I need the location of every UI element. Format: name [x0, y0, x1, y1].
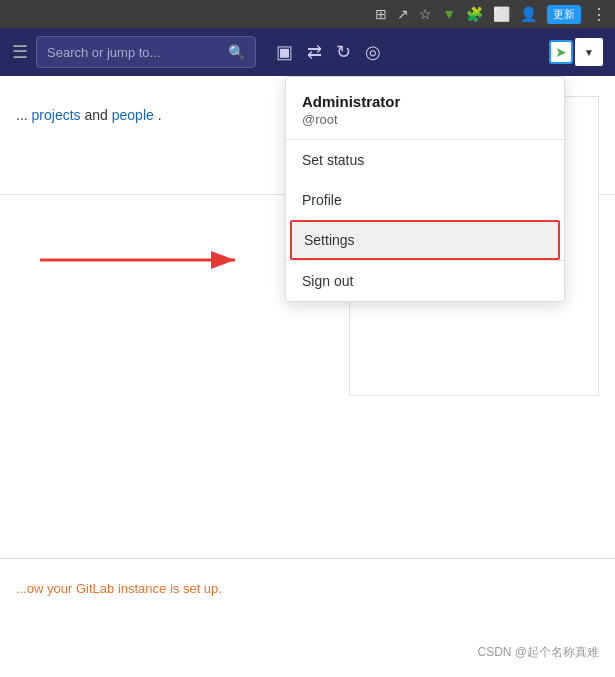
search-icon: 🔍 [228, 44, 245, 60]
dropdown-header: Administrator @root [286, 77, 564, 140]
settings-item[interactable]: Settings [292, 222, 558, 258]
v-extension-icon[interactable]: ▼ [442, 6, 456, 22]
set-status-item[interactable]: Set status [286, 140, 564, 180]
gitlab-header: ☰ Search or jump to... 🔍 ▣ ⇄ ↻ ◎ ➤ ▼ [0, 28, 615, 76]
window-icon[interactable]: ⬜ [493, 6, 510, 22]
browser-toolbar: ⊞ ↗ ☆ ▼ 🧩 ⬜ 👤 更新 ⋮ [375, 5, 607, 24]
sign-out-item[interactable]: Sign out [286, 260, 564, 301]
ext-arrow-icon: ➤ [555, 44, 567, 60]
profile-icon[interactable]: 👤 [520, 6, 537, 22]
arrow-svg [30, 240, 250, 280]
explore-icon[interactable]: ◎ [365, 41, 381, 63]
search-bar[interactable]: Search or jump to... 🔍 [36, 36, 256, 68]
arrow-annotation [30, 240, 250, 284]
nav-toggle-icon[interactable]: ☰ [12, 41, 28, 63]
people-link[interactable]: people [112, 107, 154, 123]
merge-request-icon[interactable]: ⇄ [307, 41, 322, 63]
dropdown-handle: @root [302, 112, 548, 127]
browser-chrome: ⊞ ↗ ☆ ▼ 🧩 ⬜ 👤 更新 ⋮ [0, 0, 615, 28]
active-extension-icon[interactable]: ➤ [549, 40, 573, 64]
bottom-section: ...ow your GitLab instance is set up. [0, 558, 615, 617]
user-dropdown-menu: Administrator @root Set status Profile S… [285, 76, 565, 302]
star-icon[interactable]: ☆ [419, 6, 432, 22]
issues-icon[interactable]: ↻ [336, 41, 351, 63]
user-dropdown-toggle[interactable]: ▼ [575, 38, 603, 66]
translate-icon[interactable]: ⊞ [375, 6, 387, 22]
chevron-down-icon: ▼ [584, 47, 594, 58]
search-placeholder-text: Search or jump to... [47, 45, 160, 60]
header-nav-icons: ▣ ⇄ ↻ ◎ [276, 41, 381, 63]
page-footer: CSDN @起个名称真难 [477, 644, 599, 661]
share-icon[interactable]: ↗ [397, 6, 409, 22]
puzzle-icon[interactable]: 🧩 [466, 6, 483, 22]
projects-link[interactable]: projects [32, 107, 81, 123]
user-menu-group: ➤ ▼ [549, 38, 603, 66]
instance-setup-text: ...ow your GitLab instance is set up. [16, 581, 222, 596]
browser-menu-icon[interactable]: ⋮ [591, 5, 607, 24]
update-badge[interactable]: 更新 [547, 5, 581, 24]
panel-icon[interactable]: ▣ [276, 41, 293, 63]
profile-item[interactable]: Profile [286, 180, 564, 220]
settings-item-wrapper: Settings [290, 220, 560, 260]
dropdown-username: Administrator [302, 93, 548, 110]
